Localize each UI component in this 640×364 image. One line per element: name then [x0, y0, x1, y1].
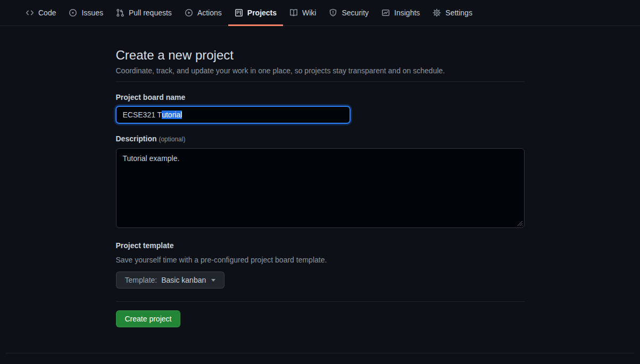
tab-label: Code: [38, 9, 56, 17]
template-dropdown-value: Basic kanban: [161, 276, 206, 284]
tab-label: Wiki: [302, 9, 316, 17]
description-textarea[interactable]: Tutorial example.: [116, 148, 525, 228]
pull-request-icon: [116, 9, 124, 17]
tab-insights[interactable]: Insights: [375, 0, 426, 26]
template-dropdown-prefix: Template:: [125, 276, 157, 284]
shield-icon: [329, 9, 337, 17]
input-text-selected: utorial: [162, 111, 182, 119]
issue-icon: [69, 9, 77, 17]
tab-issues[interactable]: Issues: [62, 0, 109, 26]
page-title: Create a new project: [116, 47, 525, 63]
page-subtitle: Coordinate, track, and update your work …: [116, 65, 525, 76]
tab-label: Pull requests: [129, 9, 172, 17]
tab-label: Issues: [81, 9, 103, 17]
tab-pull-requests[interactable]: Pull requests: [110, 0, 178, 26]
tab-label: Security: [342, 9, 369, 17]
tab-label: Projects: [247, 9, 277, 17]
project-name-label: Project board name: [116, 92, 525, 102]
tab-wiki[interactable]: Wiki: [283, 0, 322, 26]
description-optional-text: (optional): [159, 136, 185, 143]
header-divider: [116, 81, 525, 82]
description-group: Description (optional) Tutorial example.: [116, 134, 525, 228]
dropdown-caret-icon: [211, 279, 215, 282]
input-text-unselected: ECSE321 T: [123, 111, 162, 119]
project-name-input[interactable]: ECSE321 Tutorial: [116, 106, 350, 123]
tab-projects[interactable]: Projects: [228, 0, 283, 26]
footer-divider: [6, 353, 634, 353]
tab-code[interactable]: Code: [19, 0, 62, 26]
resize-grip-icon[interactable]: [517, 221, 523, 226]
project-template-group: Project template Save yourself time with…: [116, 241, 525, 289]
main-content: Create a new project Coordinate, track, …: [116, 26, 525, 327]
project-template-label: Project template: [116, 241, 525, 250]
tab-label: Actions: [197, 9, 222, 17]
project-template-hint: Save yourself time with a pre-configured…: [116, 255, 525, 265]
graph-icon: [381, 9, 390, 17]
book-icon: [289, 9, 298, 17]
description-textarea-wrap: Tutorial example.: [116, 148, 525, 228]
gear-icon: [433, 9, 441, 17]
description-label-text: Description: [116, 134, 157, 143]
submit-divider: [116, 301, 525, 302]
tab-actions[interactable]: Actions: [178, 0, 228, 26]
project-name-group: Project board name ECSE321 Tutorial: [116, 92, 525, 123]
play-icon: [185, 9, 193, 17]
description-label: Description (optional): [116, 134, 525, 144]
tab-settings[interactable]: Settings: [426, 0, 479, 26]
create-project-button[interactable]: Create project: [116, 310, 181, 327]
repo-tab-nav: CodeIssuesPull requestsActionsProjectsWi…: [0, 0, 640, 26]
tab-security[interactable]: Security: [322, 0, 375, 26]
tab-label: Settings: [445, 9, 472, 17]
tab-label: Insights: [394, 9, 420, 17]
code-icon: [26, 9, 34, 17]
template-dropdown-button[interactable]: Template: Basic kanban: [116, 272, 225, 289]
project-icon: [235, 9, 243, 17]
